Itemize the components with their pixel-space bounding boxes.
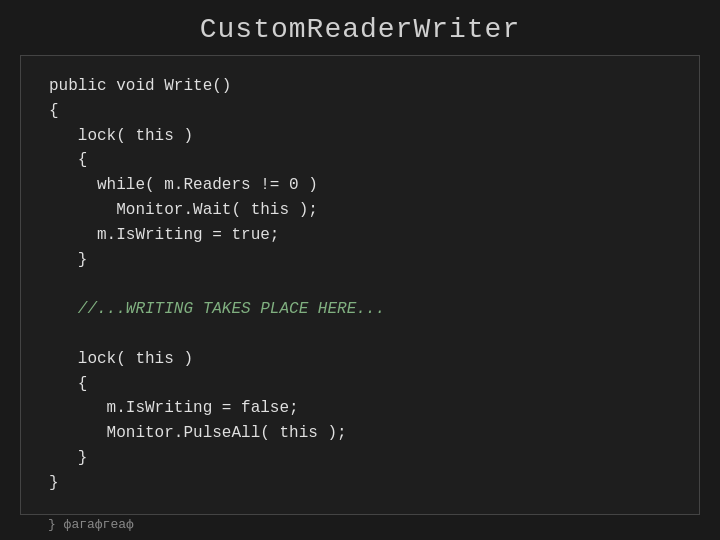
code-line-1: public void Write(): [49, 77, 231, 95]
code-line-8: }: [49, 251, 87, 269]
code-line-14: Monitor.PulseAll( this );: [49, 424, 347, 442]
code-line-3: lock( this ): [49, 127, 193, 145]
code-line-13: m.IsWriting = false;: [49, 399, 299, 417]
page-title: CustomReaderWriter: [200, 14, 520, 45]
code-line-6: Monitor.Wait( this );: [49, 201, 318, 219]
code-block: public void Write() { lock( this ) { whi…: [49, 74, 671, 496]
code-line-16: }: [49, 474, 59, 492]
code-line-2: {: [49, 102, 59, 120]
code-line-5: while( m.Readers != 0 ): [49, 176, 318, 194]
code-line-12: {: [49, 375, 87, 393]
code-line-11: lock( this ): [49, 350, 193, 368]
code-line-4: {: [49, 151, 87, 169]
code-container: public void Write() { lock( this ) { whi…: [20, 55, 700, 515]
title-area: CustomReaderWriter: [0, 0, 720, 55]
code-comment: //...WRITING TAKES PLACE HERE...: [49, 300, 385, 318]
bottom-label: } фагафгеаф: [28, 517, 134, 532]
code-line-7: m.IsWriting = true;: [49, 226, 279, 244]
code-line-15: }: [49, 449, 87, 467]
